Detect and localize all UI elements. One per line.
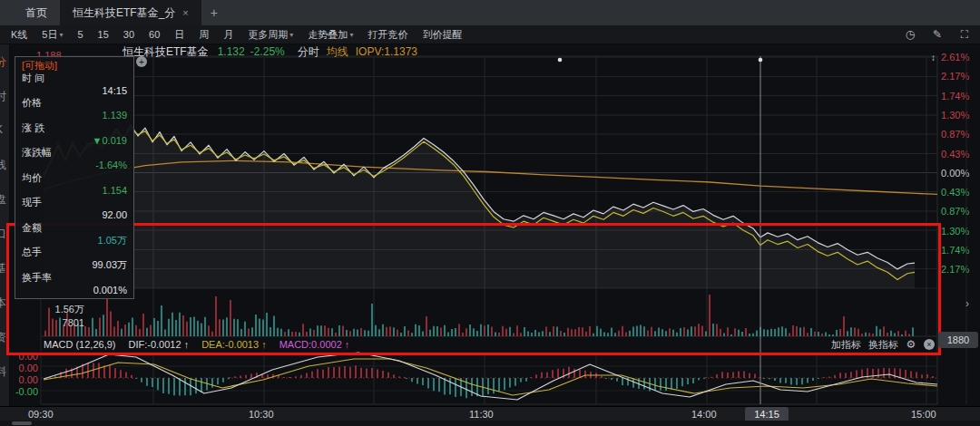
time-axis: 09:3010:3011:3014:0015:0014:15 [0, 406, 980, 421]
panel-value-row: 92.00 [22, 209, 127, 220]
panel-field-value: 14:15 [102, 85, 127, 96]
side-menu-glyph: 料 [0, 364, 8, 380]
toolbar-item-7[interactable]: 周 [199, 28, 209, 42]
chevron-down-icon: ▾ [289, 31, 293, 39]
panel-field-label: 涨跌幅 [22, 147, 52, 158]
last-price: 1.132 [218, 45, 245, 58]
panel-label-row: 涨 跌 [22, 122, 127, 133]
close-circle-icon[interactable]: × [924, 339, 935, 350]
quote-info-panel[interactable]: [可拖动] 时 间14:15价格1.139涨 跌▼0.019涨跌幅-1.64%均… [15, 56, 134, 299]
panel-value-row: 14:15 [22, 85, 127, 96]
tab-add-button[interactable]: + [201, 0, 227, 25]
crosshair-volume-readout: 1880 [938, 332, 978, 348]
side-menu-glyph: 盘 [0, 192, 8, 208]
fund-name: 恒生科技ETF基金 [122, 44, 209, 60]
toolbar-item-label: 月 [223, 28, 233, 42]
side-panel-handle[interactable]: › [965, 297, 969, 310]
panel-label-row: 涨跌幅 [22, 147, 127, 158]
panel-label-row: 金额 [22, 222, 127, 233]
toolbar-item-label: 打开竞价 [368, 28, 407, 42]
panel-value-row: 99.03万 [22, 259, 127, 270]
panel-field-label: 时 间 [22, 73, 44, 83]
minute-chart-canvas[interactable] [0, 0, 980, 426]
panel-value-row: ▼0.019 [22, 135, 127, 146]
toolbar-item-label: 日 [174, 28, 184, 42]
toolbar-item-label: 5日 [42, 28, 57, 42]
side-menu-glyph: K [0, 123, 8, 136]
panel-label-row: 均价 [22, 172, 127, 183]
toolbar-item-5[interactable]: 60 [149, 29, 160, 40]
chevron-down-icon: ▾ [349, 31, 353, 39]
toolbar-item-9[interactable]: 更多周期▾ [248, 28, 293, 42]
toolbar-item-label: 走势叠加 [308, 28, 348, 42]
panel-label-row: 时 间 [22, 73, 127, 83]
toolbar-item-label: 更多周期 [248, 28, 288, 42]
ma-toggle-label[interactable]: 均线 [327, 44, 348, 60]
tab-close-icon[interactable]: × [182, 7, 188, 18]
macd-axis-label: 0.00 [9, 375, 38, 385]
toolbar-item-label: 5 [77, 29, 83, 40]
scrollbar-thumb[interactable] [12, 421, 32, 425]
toolbar-item-label: 15 [98, 29, 109, 40]
panel-field-label: 金额 [22, 222, 42, 233]
side-menu-glyph: 线 [0, 158, 8, 173]
toolbar-item-1[interactable]: 5日▾ [42, 28, 63, 42]
toolbar-item-3[interactable]: 15 [98, 29, 109, 40]
toolbar-item-12[interactable]: 到价提醒 [422, 28, 462, 42]
panel-pin-icon[interactable]: + [136, 56, 147, 67]
add-indicator-button[interactable]: 加指标 [831, 338, 861, 352]
minute-mode-label[interactable]: 分时 [298, 44, 319, 60]
toolbar-item-label: 30 [123, 29, 134, 40]
panel-field-value: 1.154 [102, 185, 127, 196]
toolbar-item-6[interactable]: 日 [174, 28, 184, 42]
tab-active-fund[interactable]: 恒生科技ETF基金_分 × [60, 0, 201, 25]
panel-field-value: 1.05万 [98, 235, 127, 246]
time-axis-label: 15:00 [911, 409, 936, 420]
panel-field-label: 涨 跌 [22, 122, 44, 133]
toolbar-item-0[interactable]: K线 [11, 28, 27, 42]
toolbar-item-label: 60 [149, 29, 160, 40]
period-items: K线5日▾5153060日周月更多周期▾走势叠加▾打开竞价到价提醒 [11, 28, 462, 42]
chart-header: 恒生科技ETF基金 1.132 -2.25% 分时 均线 IOPV:1.1373 [122, 44, 417, 56]
chevron-down-icon: ▾ [59, 31, 63, 39]
tab-home-label: 首页 [25, 5, 47, 21]
panel-field-value: -1.64% [95, 160, 127, 170]
red-highlight-box [6, 223, 941, 355]
iopv-value: IOPV:1.1373 [356, 45, 417, 58]
tab-home[interactable]: 首页 [13, 0, 60, 25]
toolbar-item-10[interactable]: 走势叠加▾ [308, 28, 353, 42]
panel-value-row: 1.154 [22, 185, 127, 196]
tab-bar: 首页 恒生科技ETF基金_分 × + [0, 0, 980, 25]
bottom-strip [0, 421, 980, 426]
panel-label-row: 总手 [22, 247, 127, 257]
side-menu-glyph: 时 [0, 89, 8, 104]
change-percent: -2.25% [250, 45, 285, 58]
panel-field-value: 1.139 [102, 110, 127, 121]
draggable-tag[interactable]: [可拖动] [22, 60, 127, 71]
toolbar-item-8[interactable]: 月 [223, 28, 233, 42]
macd-axis-label: 0.00 [9, 363, 38, 373]
tab-active-label: 恒生科技ETF基金_分 [73, 5, 175, 21]
panel-field-label: 价格 [22, 97, 42, 108]
panel-field-label: 均价 [22, 172, 42, 183]
panel-field-value: 99.03万 [92, 259, 127, 270]
axis-resize-icon[interactable]: ↕ [931, 53, 936, 63]
draw-pencil-icon[interactable]: ✎ [931, 28, 944, 41]
panel-field-value: 92.00 [102, 209, 127, 220]
plus-icon: + [211, 5, 218, 20]
toolbar-item-label: 到价提醒 [422, 28, 462, 42]
panel-value-row: 1.139 [22, 110, 127, 121]
history-clock-icon[interactable]: ◷ [904, 28, 916, 41]
time-axis-label: 10:30 [249, 409, 274, 420]
switch-indicator-button[interactable]: 换指标 [868, 338, 898, 352]
toolbar-right-icons: ◷✎⛶ [904, 28, 971, 41]
panel-value-row: 1.05万 [22, 235, 127, 246]
toolbar-item-4[interactable]: 30 [123, 29, 134, 40]
toolbar-item-11[interactable]: 打开竞价 [368, 28, 407, 42]
period-toolbar: K线5日▾5153060日周月更多周期▾走势叠加▾打开竞价到价提醒 ◷✎⛶ [0, 25, 980, 44]
toolbar-item-label: 周 [199, 28, 209, 42]
fullscreen-icon[interactable]: ⛶ [958, 28, 971, 41]
panel-value-row: -1.64% [22, 160, 127, 170]
gear-icon[interactable]: ⚙ [906, 339, 916, 350]
toolbar-item-2[interactable]: 5 [77, 29, 83, 40]
